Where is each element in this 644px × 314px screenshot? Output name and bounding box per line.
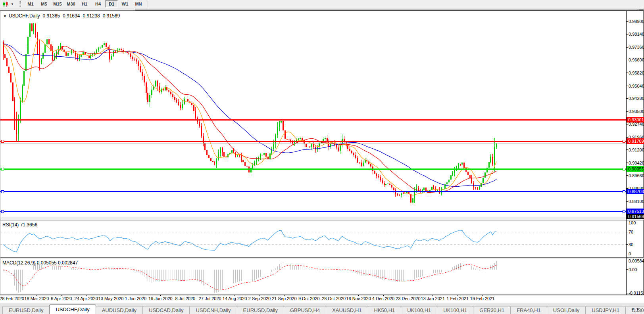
candle bbox=[23, 69, 25, 88]
chart-tab-bar: EURUSD,DailyUSDCHF,DailyAUDUSD,DailyUSDC… bbox=[0, 303, 644, 314]
chart-title: ▼USDCHF,Daily0.913650.916340.912380.9156… bbox=[3, 13, 123, 19]
chart-collapse-icon[interactable]: ▼ bbox=[3, 14, 7, 18]
hline-price-tag-0.93001[interactable]: 0.93001 bbox=[627, 117, 644, 123]
chart-tab-uk100-h1[interactable]: UK100,H1 bbox=[437, 306, 473, 314]
price-axis-label: 0.93500 bbox=[629, 109, 644, 114]
line-handle-right[interactable] bbox=[623, 210, 625, 213]
price-axis-label: 0.88100 bbox=[629, 199, 644, 204]
candle bbox=[27, 35, 29, 56]
price-chart-canvas[interactable] bbox=[0, 0, 644, 303]
line-handle-right[interactable] bbox=[623, 190, 625, 193]
price-axis-label: 0.96600 bbox=[629, 57, 644, 62]
macd-axis-label: -0.011516 bbox=[629, 291, 644, 295]
macd-axis-label: 0.00 bbox=[629, 267, 637, 272]
price-axis-label: 0.95040 bbox=[629, 84, 644, 88]
chart-tab-usdcad-daily[interactable]: USDCAD,Daily bbox=[142, 306, 190, 314]
chart-tab-usoil-daily[interactable]: USOil,Daily bbox=[547, 306, 586, 314]
tab-scroll-left-button[interactable]: ◄ bbox=[631, 307, 636, 311]
chart-tab-eurusd-daily[interactable]: EURUSD,Daily bbox=[2, 306, 50, 314]
macd-indicator-label: MACD(12,26,9) 0.005055 0.002847 bbox=[2, 260, 78, 266]
rsi-axis-label: 70 bbox=[629, 230, 633, 234]
line-handle-right[interactable] bbox=[623, 140, 625, 142]
chart-tab-gbpusd-h4[interactable]: GBPUSD,H4 bbox=[284, 306, 326, 314]
ohlc-open: 0.91365 bbox=[43, 13, 60, 19]
date-label: 19 Feb 2021 bbox=[467, 296, 498, 301]
chart-tab-fra40-h1[interactable]: FRA40,H1 bbox=[510, 306, 547, 314]
chart-tab-ger30-h1[interactable]: GER30,H1 bbox=[473, 306, 511, 314]
ohlc-close: 0.91569 bbox=[103, 13, 120, 19]
current-price-tag: 0.91569 bbox=[627, 214, 644, 219]
price-axis-label: 0.98140 bbox=[629, 32, 644, 36]
price-axis-label: 0.97360 bbox=[629, 45, 644, 50]
chart-tab-eurusd-daily[interactable]: EURUSD,Daily bbox=[237, 306, 284, 314]
ohlc-low: 0.91238 bbox=[83, 13, 100, 19]
candle bbox=[155, 80, 156, 87]
candle bbox=[22, 84, 23, 103]
rsi-indicator-label: RSI(14) 71.3656 bbox=[2, 222, 37, 228]
chart-symbol-label: USDCHF,Daily bbox=[9, 13, 40, 19]
chart-tab-hk50-h1[interactable]: HK50,H1 bbox=[368, 306, 402, 314]
price-axis-label: 0.89660 bbox=[629, 173, 644, 178]
price-axis-label: 0.90420 bbox=[629, 161, 644, 165]
rsi-axis-label: 100 bbox=[629, 220, 636, 225]
chart-tab-usdjpy-h1[interactable]: USDJPY,H1 bbox=[585, 306, 626, 314]
line-handle-right[interactable] bbox=[623, 168, 625, 170]
chart-tab-usdcnh-daily[interactable]: USDCNH,Daily bbox=[189, 306, 237, 314]
tab-scroll-arrows: ◄► bbox=[631, 307, 642, 311]
price-axis-label: 0.95820 bbox=[629, 71, 644, 75]
candle bbox=[410, 193, 411, 205]
tab-scroll-right-button[interactable]: ► bbox=[636, 307, 642, 311]
hline-price-tag-0.87513[interactable]: 0.87513 bbox=[627, 209, 644, 214]
rsi-axis-label: 0 bbox=[629, 251, 631, 256]
ohlc-high: 0.91634 bbox=[63, 13, 80, 19]
chart-tab-audusd-daily[interactable]: AUDUSD,Daily bbox=[96, 306, 143, 314]
price-axis-label: 0.91200 bbox=[629, 147, 644, 152]
rsi-axis-label: 30 bbox=[629, 242, 633, 247]
line-handle-left[interactable] bbox=[1, 210, 4, 213]
line-handle-left[interactable] bbox=[1, 190, 4, 193]
chart-tab-usdchf-daily[interactable]: USDCHF,Daily bbox=[49, 304, 96, 314]
price-axis-label: 0.94280 bbox=[629, 96, 644, 101]
line-handle-left[interactable] bbox=[1, 140, 4, 142]
macd-axis-label: 0.005844 bbox=[629, 258, 644, 263]
hline-price-tag-0.91709[interactable]: 0.91709 bbox=[627, 138, 644, 144]
chart-tabs: EURUSD,DailyUSDCHF,DailyAUDUSD,DailyUSDC… bbox=[2, 303, 644, 314]
line-handle-left[interactable] bbox=[1, 168, 4, 170]
trading-platform-window: ▼ M1M5M15M30H1H4D1W1MN ▼USDCHF,Daily0.91… bbox=[0, 0, 644, 314]
chart-tab-xauusd-h1[interactable]: XAUUSD,H1 bbox=[326, 306, 368, 314]
hline-price-tag-0.90055[interactable]: 0.90055 bbox=[627, 166, 644, 172]
price-axis-label: 0.98900 bbox=[629, 19, 644, 24]
candle bbox=[425, 187, 427, 191]
hline-price-tag-0.88703[interactable]: 0.88703 bbox=[627, 189, 644, 194]
chart-tab-uk100-h1[interactable]: UK100,H1 bbox=[401, 306, 437, 314]
